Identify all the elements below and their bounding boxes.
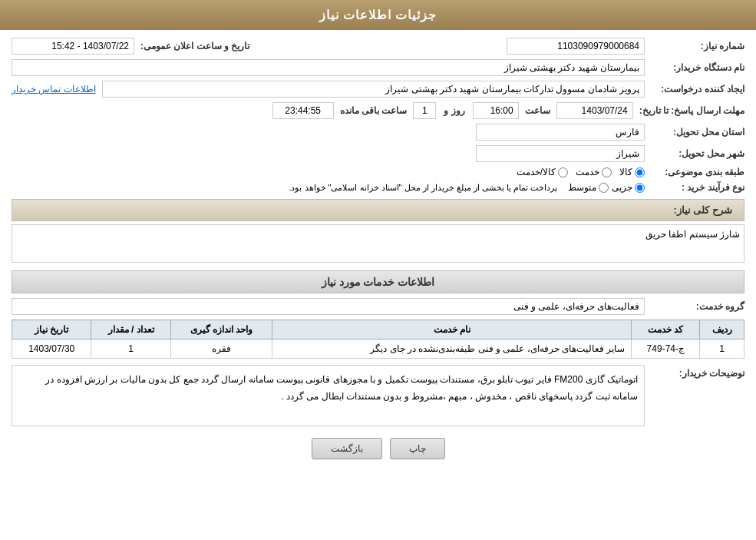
buyer-desc-value: اتوماتیک گازی FM200 فایر تیوب تابلو برق،… [12, 365, 645, 426]
cell-qty: 1 [91, 340, 170, 359]
deadline-remaining-label: ساعت باقی مانده [340, 105, 408, 116]
col-date: تاریخ نیاز [12, 320, 91, 340]
category-radio-kala[interactable] [635, 167, 645, 177]
deadline-label: مهلت ارسال پاسخ: تا تاریخ: [633, 105, 744, 116]
creator-value: پرویز شادمان مسوول تدارکات بیمارستان شهی… [102, 81, 645, 98]
page-wrapper: جزئیات اطلاعات نیاز شماره نیاز: 11030909… [0, 0, 756, 540]
cell-row: 1 [700, 340, 744, 359]
creator-contact-link[interactable]: اطلاعات تماس خریدار [12, 84, 96, 94]
need-number-row: شماره نیاز: 1103090979000684 تاریخ و ساع… [12, 38, 744, 55]
category-both-label: کالا/خدمت [517, 167, 556, 177]
cell-unit: فقره [170, 340, 272, 359]
col-code: کد خدمت [632, 320, 700, 340]
creator-label: ایجاد کننده درخواست: [645, 84, 744, 94]
proc-type-radio-jozi[interactable] [635, 183, 645, 193]
table-row: 1 ج-74-749 سایر فعالیت‌های حرفه‌ای، علمی… [12, 340, 744, 359]
service-group-value: فعالیت‌های حرفه‌ای، علمی و فنی [12, 298, 645, 315]
category-label: طبقه بندی موضوعی: [645, 167, 744, 177]
col-name: نام خدمت [272, 320, 632, 340]
province-row: استان محل تحویل: فارس [12, 124, 744, 141]
category-row: طبقه بندی موضوعی: کالا خدمت کالا/خدمت [12, 167, 744, 177]
need-desc-row [12, 224, 744, 263]
page-title: جزئیات اطلاعات نیاز [319, 8, 437, 22]
back-button[interactable]: بازگشت [312, 438, 382, 459]
buyer-desc-row: توضیحات خریدار: اتوماتیک گازی FM200 فایر… [12, 365, 744, 426]
org-name-value: بیمارستان شهید دکتر بهشتی شیراز [12, 59, 645, 76]
col-row: ردیف [700, 320, 744, 340]
category-option-khedmat[interactable]: خدمت [576, 167, 612, 177]
category-option-kala[interactable]: کالا [619, 167, 645, 177]
deadline-row: مهلت ارسال پاسخ: تا تاریخ: 1403/07/24 سا… [12, 102, 744, 119]
deadline-days: 1 [413, 102, 436, 119]
need-desc-textarea[interactable] [12, 224, 744, 263]
proc-type-option-motavaset[interactable]: متوسط [568, 182, 609, 193]
province-label: استان محل تحویل: [645, 127, 744, 137]
org-name-label: نام دستگاه خریدار: [645, 62, 744, 73]
service-group-label: گروه خدمت: [645, 301, 744, 312]
need-number-value: 1103090979000684 [507, 38, 645, 55]
print-button[interactable]: چاپ [390, 438, 445, 459]
proc-type-radio-motavaset[interactable] [599, 183, 609, 193]
deadline-time-label: ساعت [525, 105, 550, 116]
need-number-label: شماره نیاز: [645, 41, 744, 51]
proc-type-options: جزیی متوسط پرداخت تمام یا بخشی از مبلغ خ… [289, 182, 645, 193]
city-value: شیراز [476, 145, 645, 162]
deadline-date: 1403/07/24 [556, 102, 633, 119]
city-label: شهر محل تحویل: [645, 148, 744, 159]
proc-type-label: نوع فرآیند خرید : [645, 182, 744, 193]
cell-date: 1403/07/30 [12, 340, 91, 359]
action-buttons: چاپ بازگشت [12, 438, 744, 459]
category-kala-label: کالا [619, 167, 632, 177]
category-radio-khedmat[interactable] [602, 167, 612, 177]
proc-type-motavaset-label: متوسط [568, 182, 596, 193]
proc-type-note: پرداخت تمام یا بخشی از مبلغ خریدار از مح… [289, 183, 557, 193]
need-desc-section-title: شرح کلی نیاز: [12, 199, 744, 221]
proc-type-jozi-label: جزیی [612, 182, 632, 193]
service-group-row: گروه خدمت: فعالیت‌های حرفه‌ای، علمی و فن… [12, 298, 744, 315]
cell-code: ج-74-749 [632, 340, 700, 359]
col-qty: تعداد / مقدار [91, 320, 170, 340]
deadline-days-label: روز و [444, 105, 464, 116]
deadline-time: 16:00 [473, 102, 519, 119]
province-value: فارس [476, 124, 645, 141]
org-name-row: نام دستگاه خریدار: بیمارستان شهید دکتر ب… [12, 59, 744, 76]
deadline-details: 1403/07/24 ساعت 16:00 روز و 1 ساعت باقی … [272, 102, 633, 119]
proc-type-row: نوع فرآیند خرید : جزیی متوسط پرداخت تمام… [12, 182, 744, 193]
services-section-title: اطلاعات خدمات مورد نیاز [12, 270, 744, 293]
category-option-both[interactable]: کالا/خدمت [517, 167, 568, 177]
category-khedmat-label: خدمت [576, 167, 599, 177]
col-unit: واحد اندازه گیری [170, 320, 272, 340]
page-header: جزئیات اطلاعات نیاز [0, 0, 756, 30]
creator-row: ایجاد کننده درخواست: پرویز شادمان مسوول … [12, 81, 744, 98]
category-options: کالا خدمت کالا/خدمت [517, 167, 645, 177]
proc-type-option-jozi[interactable]: جزیی [612, 182, 645, 193]
deadline-remaining: 23:44:55 [272, 102, 334, 119]
services-table: ردیف کد خدمت نام خدمت واحد اندازه گیری ت… [12, 320, 744, 359]
city-row: شهر محل تحویل: شیراز [12, 145, 744, 162]
cell-name: سایر فعالیت‌های حرفه‌ای، علمی و فنی طبقه… [272, 340, 632, 359]
main-content: شماره نیاز: 1103090979000684 تاریخ و ساع… [0, 30, 756, 479]
announce-datetime-label: تاریخ و ساعت اعلان عمومی: [140, 41, 249, 51]
buyer-desc-label: توضیحات خریدار: [645, 365, 744, 379]
announce-datetime-value: 1403/07/22 - 15:42 [12, 38, 134, 55]
category-radio-both[interactable] [558, 167, 568, 177]
